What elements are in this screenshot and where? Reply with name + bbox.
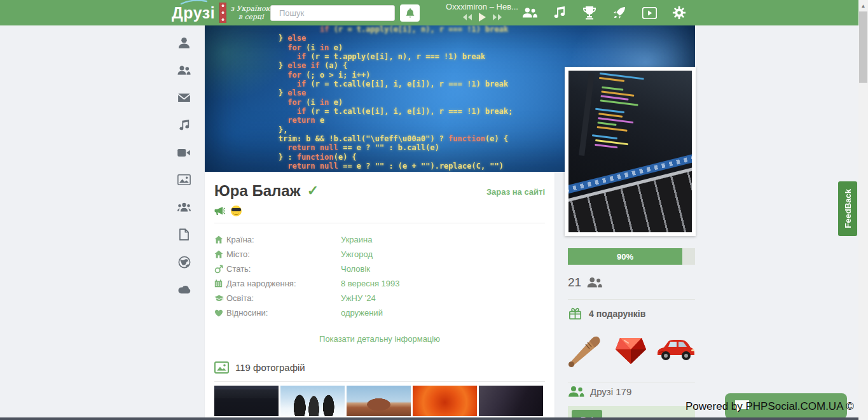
- bell-icon: [405, 8, 415, 18]
- male-icon: [214, 265, 226, 274]
- trophy-icon[interactable]: [582, 5, 597, 20]
- profile-completeness-value: 90%: [617, 252, 633, 262]
- friends-icon[interactable]: [177, 64, 191, 77]
- visitors-count: 21: [568, 276, 581, 290]
- player-next-button[interactable]: [492, 13, 502, 21]
- logo-swoosh-icon: [181, 0, 207, 5]
- video-icon[interactable]: [642, 5, 657, 20]
- calendar-icon: [214, 279, 226, 288]
- cover-code-line: trim: b && !b.call("\ufeff\u00a0") ? fun…: [279, 134, 513, 143]
- friends-count-label: Друзі 179: [590, 386, 631, 397]
- cover-code-line: return e: [279, 116, 513, 125]
- logo[interactable]: Друзі з Україною в серці: [172, 3, 272, 23]
- friends-icon[interactable]: [522, 5, 537, 20]
- videos-icon[interactable]: [177, 146, 191, 159]
- files-icon[interactable]: [177, 228, 191, 241]
- detail-value[interactable]: Чоловік: [341, 264, 370, 274]
- left-sidebar: [177, 36, 191, 296]
- online-status: Зараз на сайті: [486, 182, 545, 197]
- page-scrollbar[interactable]: ▲: [858, 0, 868, 420]
- detail-label: Країна:: [226, 235, 341, 244]
- logo-tagline: з Україною в серці: [230, 4, 272, 21]
- home-icon: [214, 235, 226, 244]
- detail-value[interactable]: Ужгород: [341, 249, 373, 259]
- photo-thumb-orange-flower[interactable]: [413, 386, 477, 416]
- photos-icon: [214, 361, 229, 374]
- detail-row: Країна:Украина: [214, 232, 545, 247]
- cover-code-line: } else: [279, 34, 513, 43]
- detail-label: Місто:: [226, 249, 341, 259]
- player-play-button[interactable]: [478, 12, 486, 22]
- cover-code-line: } else: [279, 88, 513, 97]
- friends-icon: [568, 386, 584, 398]
- detail-label: Освіта:: [226, 293, 341, 303]
- photo-thumb-desert-canyon[interactable]: [347, 386, 411, 416]
- rocket-icon[interactable]: [612, 5, 627, 20]
- gifts-header[interactable]: 4 подарунків: [568, 306, 645, 321]
- profile-avatar[interactable]: [565, 67, 696, 236]
- cover-code-line: return null == e ? "" : (e + "").replace…: [279, 162, 513, 171]
- music-icon[interactable]: [177, 118, 191, 132]
- cover-code-line: return null == e ? "" : b.call(e): [279, 143, 513, 152]
- verified-icon: ✓: [307, 183, 319, 199]
- friends-header[interactable]: Друзі 179: [568, 386, 631, 398]
- detail-row: Освіта:УжНУ '24: [214, 291, 545, 305]
- cover-code-line: for (; o > i; i++): [279, 71, 513, 80]
- gift-images: [566, 330, 696, 369]
- settings-icon[interactable]: [672, 5, 687, 20]
- detail-value[interactable]: 8 вересня 1993: [341, 279, 400, 288]
- divider: [214, 381, 545, 382]
- powered-by-text: Powered by PHPSocial.COM.UA ©: [685, 400, 854, 413]
- player-track-title: Oxxximiron – Нев...: [431, 2, 533, 11]
- scrollbar-thumb[interactable]: [859, 11, 867, 83]
- show-details-link[interactable]: Показати детальну інформацію: [319, 334, 440, 344]
- detail-label: Відносини:: [226, 308, 341, 318]
- photos-icon[interactable]: [177, 173, 191, 186]
- divider: [568, 382, 695, 382]
- education-icon: [214, 295, 226, 302]
- profile-name: Юра Балаж: [214, 182, 301, 200]
- cover-code-line: } else if (a) {: [279, 61, 513, 70]
- scrollbar-up-arrow[interactable]: ▲: [858, 3, 868, 9]
- photos-count[interactable]: 119 фотографій: [235, 362, 305, 373]
- cover-code-text: if (r = t.apply(e[i], n), r === !1) brea…: [279, 25, 513, 171]
- visitors-counter[interactable]: 21: [568, 276, 603, 290]
- search-input[interactable]: [279, 8, 391, 18]
- visitors-people-icon: [586, 277, 603, 288]
- gift-baseball-bat[interactable]: [566, 330, 607, 369]
- cover-code-line: },: [279, 125, 513, 134]
- music-icon[interactable]: [552, 5, 567, 20]
- gift-ruby-gem[interactable]: [610, 330, 651, 369]
- feedback-button[interactable]: FeedBack: [838, 181, 857, 236]
- gift-red-car[interactable]: [655, 330, 696, 369]
- profile-icon[interactable]: [177, 36, 191, 50]
- detail-label: Дата народження:: [226, 279, 341, 288]
- top-navbar: Друзі з Україною в серці Oxxximiron – Не…: [0, 0, 858, 25]
- player-prev-button[interactable]: [462, 13, 472, 21]
- groups-icon[interactable]: [177, 200, 191, 214]
- detail-value[interactable]: УжНУ '24: [341, 293, 376, 303]
- notifications-button[interactable]: [400, 4, 420, 22]
- detail-label: Стать:: [226, 264, 341, 274]
- photo-thumb-dark-code-screenshot[interactable]: [214, 386, 279, 416]
- logo-text: Друзі: [172, 4, 215, 22]
- profile-card: Юра Балаж ✓ Зараз на сайті Країна:Украин…: [205, 172, 555, 420]
- photo-thumb-laptop-code[interactable]: [479, 386, 543, 416]
- detail-row: Дата народження:8 вересня 1993: [214, 276, 545, 291]
- messages-icon[interactable]: [177, 91, 191, 104]
- cover-code-line: for (i in e): [279, 43, 513, 52]
- profile-status-icons: [214, 205, 545, 216]
- detail-value[interactable]: одружений: [341, 308, 383, 318]
- home-icon: [214, 250, 226, 258]
- gift-icon: [568, 306, 582, 321]
- detail-value[interactable]: Украина: [341, 235, 373, 244]
- megaphone-icon: [214, 206, 225, 216]
- profile-completeness-bar: 90%: [568, 248, 695, 265]
- divider: [214, 223, 545, 223]
- photo-thumb-penguins[interactable]: [280, 386, 345, 416]
- cloud-icon[interactable]: [177, 283, 191, 296]
- cool-sunglasses-emoji: [231, 206, 242, 216]
- globe-icon[interactable]: [177, 255, 191, 269]
- profile-details: Країна:УкраинаМісто:УжгородСтать:Чоловік…: [214, 232, 545, 320]
- header-nav-icons: [522, 0, 687, 25]
